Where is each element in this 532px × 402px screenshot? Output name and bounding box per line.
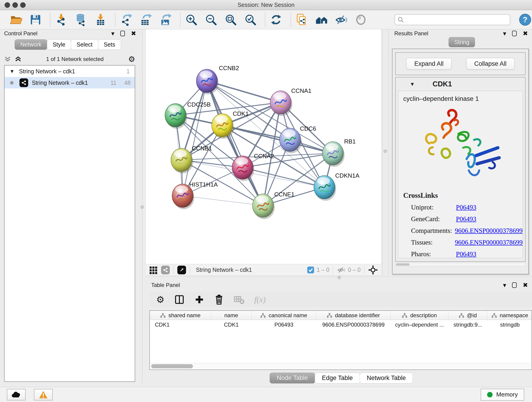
warnings-button[interactable]	[34, 389, 53, 400]
table-panel-float-button[interactable]	[512, 282, 517, 288]
export-table-icon	[139, 13, 152, 26]
export-network-button[interactable]	[120, 13, 133, 26]
svg-text:?: ?	[523, 15, 527, 24]
zoom-out-button[interactable]	[204, 13, 218, 26]
zoom-fit-button[interactable]	[224, 13, 237, 26]
crosslink-link[interactable]: P06493	[456, 215, 476, 223]
right-splitter-handle[interactable]	[384, 149, 387, 153]
create-column-button[interactable]	[194, 294, 204, 305]
grid-view-icon[interactable]	[149, 266, 158, 274]
node-RB1[interactable]: RB1	[322, 138, 356, 167]
node-HIST1H1A[interactable]: HIST1H1A	[172, 181, 218, 209]
node-CDC6[interactable]: CDC6	[279, 125, 316, 153]
network-options-gear-button[interactable]: ⚙	[128, 55, 135, 64]
table-panel-menu-button[interactable]: ▼	[503, 283, 506, 288]
tab-sets[interactable]: Sets	[98, 39, 121, 50]
node-label-CDC25B: CDC25B	[187, 101, 211, 108]
string-view-icon[interactable]	[161, 266, 170, 274]
node-CCNB2[interactable]: CCNB2	[196, 65, 239, 95]
table-cell: cyclin–dependent ...	[391, 322, 448, 328]
search-input[interactable]	[404, 17, 502, 23]
edge-HIST1H1A-CCNE1[interactable]	[183, 196, 263, 206]
open-session-button[interactable]	[9, 13, 22, 26]
apply-layout-button[interactable]	[269, 13, 283, 26]
network-canvas[interactable]: CCNB2CCNA1CDC25BCDK1CDC6RB1CCNB1CCNA2CDK…	[146, 29, 381, 264]
network-collection-row[interactable]: ▼ String Network – cdk1 1	[5, 65, 135, 77]
column-header-@id[interactable]: @id	[448, 311, 487, 320]
show-columns-button[interactable]	[174, 294, 185, 305]
tab-string[interactable]: String	[449, 37, 475, 47]
control-panel-close-button[interactable]: ✖	[131, 31, 136, 36]
export-table-button[interactable]	[139, 13, 152, 26]
import-network-database-button[interactable]	[74, 13, 88, 26]
tab-network-table[interactable]: Network Table	[360, 373, 413, 383]
show-all-button[interactable]	[354, 13, 367, 26]
network-row[interactable]: String Network – cdk1 11 48	[5, 77, 135, 89]
crosslink-label: Uniprot:	[411, 204, 456, 211]
expand-all-icon[interactable]	[15, 56, 22, 62]
first-neighbors-button[interactable]	[315, 13, 328, 26]
horizontal-splitter[interactable]	[146, 276, 532, 281]
tab-style[interactable]: Style	[47, 39, 71, 50]
results-panel-float-button[interactable]	[512, 31, 517, 36]
hide-selected-button[interactable]	[335, 13, 348, 26]
results-panel-close-button[interactable]: ✖	[523, 31, 528, 36]
selected-nodes-checkbox-icon[interactable]	[307, 266, 314, 274]
tab-edge-table[interactable]: Edge Table	[315, 373, 360, 383]
column-header-description[interactable]: description	[391, 311, 448, 320]
tab-node-table[interactable]: Node Table	[270, 373, 315, 383]
table-horizontal-scrollbar[interactable]	[150, 363, 531, 369]
expand-all-button[interactable]: Expand All	[406, 58, 452, 70]
delete-table-button[interactable]	[234, 295, 245, 304]
control-panel-float-button[interactable]	[120, 31, 125, 36]
help-button[interactable]: ?	[519, 13, 532, 26]
column-header-shared-name[interactable]: shared name	[150, 311, 211, 320]
control-panel-tabs: NetworkStyleSelectSets	[15, 39, 121, 50]
collection-expand-icon[interactable]: ▼	[11, 69, 13, 74]
import-table-button[interactable]	[94, 13, 107, 26]
crosslink-link[interactable]: 9606.ENSP00000378699	[455, 227, 523, 235]
import-network-icon	[55, 13, 68, 26]
memory-button[interactable]: Memory	[481, 389, 524, 401]
edge-CDK1-RB1[interactable]	[222, 125, 333, 153]
left-splitter-handle[interactable]	[140, 205, 144, 209]
tab-network[interactable]: Network	[15, 39, 47, 50]
birds-eye-toggle-icon[interactable]	[368, 265, 378, 275]
new-network-from-selection-button[interactable]	[295, 13, 308, 26]
zoom-selected-button[interactable]	[244, 13, 257, 26]
column-header-database-identifier[interactable]: database identifier	[316, 311, 391, 320]
network-label: String Network – cdk1	[32, 80, 88, 86]
edge-CCNB2-HIST1H1A[interactable]	[183, 81, 207, 196]
tab-select[interactable]: Select	[71, 39, 98, 50]
right-splitter[interactable]	[382, 29, 383, 276]
collapse-all-icon[interactable]	[4, 56, 11, 62]
node-CDKN1A[interactable]: CDKN1A	[314, 172, 360, 201]
save-session-button[interactable]	[29, 13, 42, 26]
import-network-file-button[interactable]	[55, 13, 68, 26]
delete-column-button[interactable]	[214, 294, 224, 305]
control-panel-menu-button[interactable]: ▼	[111, 31, 114, 36]
results-horizontal-scrollbar[interactable]	[395, 263, 526, 266]
crosslink-link[interactable]: 9606.ENSP00000378699	[455, 239, 523, 246]
table-header-row: shared namenamecanonical namedatabase id…	[150, 311, 532, 320]
node-CCNE1[interactable]: CCNE1	[253, 191, 294, 219]
results-panel-menu-button[interactable]: ▼	[503, 31, 506, 36]
collapse-all-button[interactable]: Collapse All	[466, 58, 515, 70]
table-row[interactable]: CDK1CDK1P064939606.ENSP00000378699cyclin…	[150, 320, 532, 330]
column-header-name[interactable]: name	[211, 311, 252, 320]
table-panel-close-button[interactable]: ✖	[523, 282, 528, 288]
column-header-namespace[interactable]: namespace	[487, 311, 532, 320]
toolbar-divider	[291, 13, 291, 27]
crosslink-link[interactable]: P06493	[456, 204, 476, 211]
scrollbar-thumb[interactable]	[151, 364, 193, 368]
table-options-gear-button[interactable]: ⚙	[156, 294, 165, 305]
cloud-status-button[interactable]	[7, 389, 26, 400]
protein-collapse-icon[interactable]: ▼	[411, 82, 414, 86]
column-header-canonical-name[interactable]: canonical name	[252, 311, 316, 320]
detach-view-button[interactable]	[177, 266, 186, 274]
function-builder-button[interactable]: f(x)	[254, 295, 266, 304]
export-image-button[interactable]	[159, 13, 172, 26]
horizontal-splitter-handle[interactable]	[337, 276, 341, 279]
crosslink-link[interactable]: P06493	[456, 250, 476, 258]
zoom-in-button[interactable]	[185, 13, 198, 26]
